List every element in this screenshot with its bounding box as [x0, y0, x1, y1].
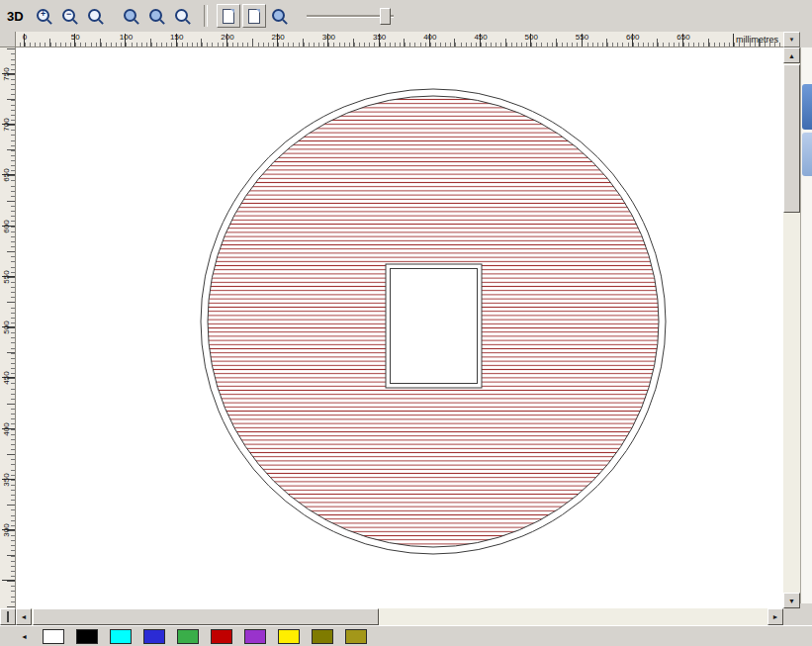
- zoom-page-icon: [272, 9, 287, 24]
- zoom-previous-icon: [88, 9, 103, 24]
- scrollbar-corner: [783, 608, 800, 625]
- zoom-page-button[interactable]: [268, 4, 292, 28]
- zoom-previous-button[interactable]: [84, 4, 108, 28]
- vertical-ruler-label: 500: [2, 321, 11, 333]
- vertical-ruler-label: 350: [2, 473, 11, 486]
- horizontal-ruler-label: 450: [474, 33, 487, 42]
- docker-strip: [800, 32, 812, 646]
- scroll-left-button[interactable]: ◄: [16, 608, 32, 625]
- arrow-right-icon: ►: [772, 613, 779, 620]
- zoom-one-to-one-icon: [124, 9, 138, 24]
- horizontal-ruler-label: 300: [322, 33, 335, 42]
- horizontal-ruler-label: 500: [525, 33, 538, 42]
- arrow-down-icon: ▼: [788, 598, 795, 604]
- vertical-ruler-label: 700: [2, 119, 11, 132]
- palette-swatch-cyan[interactable]: [110, 629, 132, 644]
- vertical-ruler-label: 400: [2, 422, 11, 435]
- scroll-down-button[interactable]: ▼: [783, 593, 800, 608]
- horizontal-ruler-label: 200: [221, 33, 233, 42]
- toolbar: 3D + −: [0, 0, 812, 33]
- palette-swatch-blue[interactable]: [143, 629, 165, 644]
- horizontal-ruler-label: 150: [170, 33, 183, 42]
- scroll-up-button[interactable]: ▲: [783, 47, 800, 63]
- palette-swatch-olive[interactable]: [312, 629, 333, 644]
- hole-rectangle-inner[interactable]: [391, 269, 478, 384]
- docker-tab[interactable]: [802, 133, 812, 176]
- vertical-ruler-label: 750: [2, 67, 11, 80]
- zoom-in-icon: +: [37, 9, 51, 24]
- page-icon: [7, 611, 9, 622]
- zoom-in-button[interactable]: +: [33, 4, 56, 28]
- horizontal-ruler-label: 250: [271, 33, 284, 42]
- page-forward-icon: [248, 9, 260, 24]
- zoom-one-to-one-button[interactable]: [120, 4, 143, 28]
- horizontal-ruler-label: 100: [120, 33, 133, 42]
- horizontal-ruler-label: 600: [626, 33, 639, 42]
- palette-swatches: [43, 629, 367, 644]
- zoom-all-button[interactable]: [171, 4, 195, 28]
- palette-swatch-dark-yellow[interactable]: [345, 629, 367, 644]
- chevron-down-icon: ▼: [789, 37, 795, 43]
- application-window: { "toolbar": { "mode_label": "3D", "icon…: [0, 0, 812, 646]
- horizontal-ruler-label: 400: [423, 33, 436, 42]
- vertical-ruler-label: 300: [2, 523, 11, 536]
- page-back-icon: [223, 9, 234, 24]
- zoom-selected-icon: [149, 9, 164, 24]
- horizontal-ruler-label: 50: [71, 33, 80, 42]
- arrow-up-icon: ▲: [788, 52, 795, 59]
- mode-label: 3D: [7, 9, 24, 24]
- palette-swatch-black[interactable]: [76, 629, 98, 644]
- vertical-scrollbar[interactable]: ▲ ▼: [783, 47, 800, 608]
- horizontal-ruler-label: 650: [677, 33, 689, 42]
- zoom-out-icon: −: [62, 9, 77, 24]
- ruler-unit-dropdown-button[interactable]: ▼: [783, 32, 800, 47]
- page-forward-button[interactable]: [242, 4, 266, 28]
- vertical-ruler[interactable]: 750700650600550500450400350300: [0, 47, 16, 608]
- horizontal-scrollbar-thumb[interactable]: [33, 608, 379, 625]
- drawing-canvas[interactable]: [16, 47, 783, 608]
- drawing-svg: [16, 47, 783, 608]
- docker-tab[interactable]: [802, 84, 812, 130]
- vertical-ruler-label: 550: [2, 270, 11, 283]
- vertical-ruler-label: 650: [2, 169, 11, 182]
- zoom-slider-thumb[interactable]: [380, 8, 391, 25]
- arrow-left-icon: ◄: [21, 633, 28, 640]
- palette-swatch-white[interactable]: [43, 629, 64, 644]
- zoom-all-icon: [175, 9, 190, 24]
- color-palette: ◄: [0, 625, 812, 646]
- docker-panel: [800, 47, 812, 603]
- arrow-left-icon: ◄: [21, 613, 28, 620]
- horizontal-scrollbar[interactable]: ◄ ►: [16, 608, 783, 625]
- zoom-slider[interactable]: [307, 7, 394, 25]
- horizontal-ruler-label: 0: [23, 33, 27, 42]
- palette-swatch-red[interactable]: [211, 629, 232, 644]
- zoom-out-button[interactable]: −: [58, 4, 82, 28]
- page-back-button[interactable]: [217, 4, 240, 28]
- zoom-selected-button[interactable]: [145, 4, 169, 28]
- palette-swatch-yellow[interactable]: [278, 629, 300, 644]
- ruler-unit-label: millimetres: [736, 35, 778, 45]
- vertical-ruler-label: 600: [2, 220, 11, 232]
- horizontal-ruler-label: 350: [373, 33, 386, 42]
- scroll-right-button[interactable]: ►: [767, 608, 783, 625]
- ruler-origin-corner[interactable]: [0, 32, 16, 47]
- palette-swatch-purple[interactable]: [244, 629, 266, 644]
- toolbar-separator: [204, 5, 208, 27]
- page-navigator-button[interactable]: [0, 608, 16, 625]
- vertical-scrollbar-thumb[interactable]: [783, 64, 800, 213]
- horizontal-ruler[interactable]: millimetres 0501001502002503003504004505…: [16, 32, 783, 47]
- palette-swatch-green[interactable]: [177, 629, 199, 644]
- horizontal-ruler-label: 550: [576, 33, 588, 42]
- palette-scroll-left-button[interactable]: ◄: [18, 630, 31, 643]
- vertical-ruler-label: 450: [2, 372, 11, 385]
